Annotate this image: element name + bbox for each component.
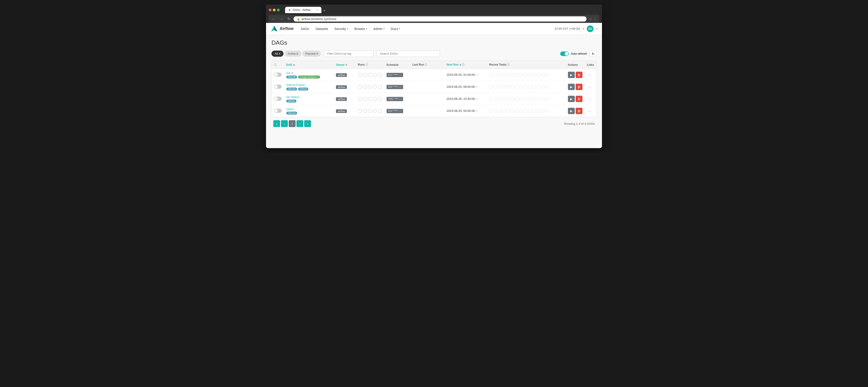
dag-more-links-GitHub-Follow[interactable]: ···: [587, 85, 592, 89]
dag-more-links-Git-Status[interactable]: ···: [587, 97, 592, 101]
dag-toggle-Git-Status[interactable]: [274, 97, 282, 101]
col-owner-header[interactable]: Owner ⇅: [334, 61, 355, 69]
task-circle-5: [511, 109, 514, 113]
task-circle-12: [541, 97, 545, 101]
dag-tag-GitHub[interactable]: GitHub: [286, 100, 297, 102]
reload-button[interactable]: ↻: [286, 16, 291, 22]
pagination-page-1[interactable]: 1: [289, 120, 296, 127]
bookmark-icon[interactable]: ☆: [589, 17, 592, 21]
run-dag-button-Uplus[interactable]: ▶: [568, 108, 575, 114]
table-info-icon[interactable]: ⓘ: [274, 63, 276, 66]
dag-recenttasks-cell-GitHub-Follow: [487, 81, 566, 93]
nav-security[interactable]: Security ▾: [332, 26, 351, 32]
task-circle-2: [498, 109, 501, 113]
recent-tasks-circles: [489, 109, 563, 113]
owner-badge-GA-4: airflow: [336, 73, 347, 77]
forward-button[interactable]: →: [279, 17, 284, 22]
delete-dag-button-GitHub-Follow[interactable]: 🗑: [576, 84, 583, 90]
dag-toggle-GitHub-Follow[interactable]: [274, 85, 282, 89]
filter-tab-active[interactable]: Active 0: [284, 51, 301, 57]
run-circle-1: [363, 85, 367, 89]
brand-logo-area[interactable]: Airflow: [271, 25, 293, 32]
nextrun-cell-info-Git-Status[interactable]: ⓘ: [475, 98, 478, 100]
dag-toggle-Uplus[interactable]: [274, 109, 282, 113]
filter-tab-paused[interactable]: Paused 4: [302, 51, 321, 57]
runs-circles: [358, 97, 382, 101]
dag-link-Uplus[interactable]: Uplus: [286, 107, 332, 111]
user-avatar[interactable]: AU: [587, 25, 594, 32]
refresh-button[interactable]: ↻: [590, 51, 596, 57]
run-dag-button-Git-Status[interactable]: ▶: [568, 96, 575, 102]
new-tab-button[interactable]: +: [322, 8, 327, 13]
nav-docs[interactable]: Docs ▾: [388, 26, 403, 32]
browser-tab-active[interactable]: ✈ DAGs - Airflow ✕: [285, 7, 321, 13]
pagination-next[interactable]: ›: [297, 120, 303, 127]
nextrun-cell-info-Uplus[interactable]: ⓘ: [475, 109, 478, 112]
run-dag-button-GitHub-Follow[interactable]: ▶: [568, 84, 575, 90]
dag-more-links-GA-4[interactable]: ···: [587, 73, 592, 77]
col-links-header: Links: [585, 61, 596, 69]
schedule-info-icon-Git-Status[interactable]: ⓘ: [399, 97, 401, 101]
dag-sort-link[interactable]: DAG: [286, 63, 292, 66]
pagination-prev[interactable]: ‹: [281, 120, 288, 127]
delete-dag-button-GA-4[interactable]: 🗑: [576, 72, 583, 78]
runs-info-icon[interactable]: ⓘ: [366, 63, 368, 66]
run-circle-3: [373, 85, 377, 89]
nextrun-sort-link[interactable]: Next Run: [447, 63, 459, 66]
task-circle-10: [532, 109, 536, 113]
nextrun-info-icon[interactable]: ⓘ: [462, 63, 464, 66]
nav-datasets[interactable]: Datasets: [313, 26, 331, 32]
dag-more-links-Uplus[interactable]: ···: [587, 109, 592, 113]
close-button[interactable]: [269, 9, 272, 11]
tab-close-button[interactable]: ✕: [316, 9, 318, 11]
dag-owner-cell-Uplus: airflow: [334, 105, 355, 117]
delete-dag-button-Git-Status[interactable]: 🗑: [576, 96, 583, 102]
table-row: GitHub-FollowDiscordGitHubairflow0 8 * *…: [272, 81, 596, 93]
dag-tag-Discord[interactable]: Discord: [286, 75, 297, 78]
pagination-last[interactable]: »: [304, 120, 311, 127]
schedule-info-icon-GA-4[interactable]: ⓘ: [399, 73, 401, 77]
recenttasks-info-icon[interactable]: ⓘ: [507, 63, 510, 66]
auto-refresh-toggle[interactable]: [560, 52, 569, 56]
owner-sort-link[interactable]: Owner: [336, 63, 344, 66]
nav-admin[interactable]: Admin ▾: [371, 26, 387, 32]
dag-tag-Discord[interactable]: Discord: [286, 111, 297, 115]
run-circle-4: [378, 109, 382, 113]
col-dag-header[interactable]: DAG ⇅: [284, 61, 334, 69]
dag-tag-Discord[interactable]: Discord: [286, 88, 297, 91]
nextrun-cell-info-GitHub-Follow[interactable]: ⓘ: [475, 86, 478, 88]
dag-toggle-cell-Git-Status: [272, 93, 284, 105]
dag-tag-Google Analytics 4[interactable]: Google Analytics 4: [298, 75, 320, 78]
delete-dag-button-Uplus[interactable]: 🗑: [576, 108, 583, 114]
filter-tab-all[interactable]: All 4: [272, 51, 283, 57]
dag-link-Git-Status[interactable]: Git-Status: [286, 95, 332, 99]
toggle-knob: [565, 52, 568, 56]
nav-dags[interactable]: DAGs: [298, 26, 312, 32]
lastrun-info-icon[interactable]: ⓘ: [425, 63, 427, 66]
run-circle-0: [358, 109, 362, 113]
nextrun-cell-info-GA-4[interactable]: ⓘ: [475, 73, 478, 76]
task-circle-0: [489, 73, 493, 77]
nav-browse[interactable]: Browse ▾: [351, 26, 370, 32]
task-circle-10: [532, 97, 536, 101]
dag-tag-GitHub[interactable]: GitHub: [298, 88, 308, 91]
back-button[interactable]: ←: [271, 17, 276, 22]
user-caret-icon[interactable]: ▾: [596, 27, 597, 30]
minimize-button[interactable]: [273, 9, 276, 11]
dag-toggle-GA-4[interactable]: [274, 73, 282, 77]
pagination-first[interactable]: «: [273, 120, 280, 127]
action-buttons-GitHub-Follow: ▶ 🗑: [568, 84, 583, 90]
search-dag-input[interactable]: [376, 51, 440, 57]
maximize-button[interactable]: [277, 9, 280, 11]
filter-tag-input[interactable]: [324, 51, 374, 57]
url-display[interactable]: airflow.zerohertz.xyz/home: [302, 17, 336, 21]
schedule-info-icon-Uplus[interactable]: ⓘ: [399, 109, 401, 113]
run-dag-button-GA-4[interactable]: ▶: [568, 72, 575, 78]
table-row: Git-StatusGitHubairflow*/15 * *** ⓘ2023-…: [272, 93, 596, 105]
timezone-caret-icon[interactable]: ▾: [583, 27, 584, 30]
dag-link-GitHub-Follow[interactable]: GitHub-Follow: [286, 83, 332, 87]
schedule-info-icon-GitHub-Follow[interactable]: ⓘ: [399, 85, 401, 89]
task-circle-4: [506, 97, 510, 101]
dag-link-GA-4[interactable]: GA-4: [286, 71, 332, 75]
extensions-icon[interactable]: ⋮: [593, 17, 597, 21]
